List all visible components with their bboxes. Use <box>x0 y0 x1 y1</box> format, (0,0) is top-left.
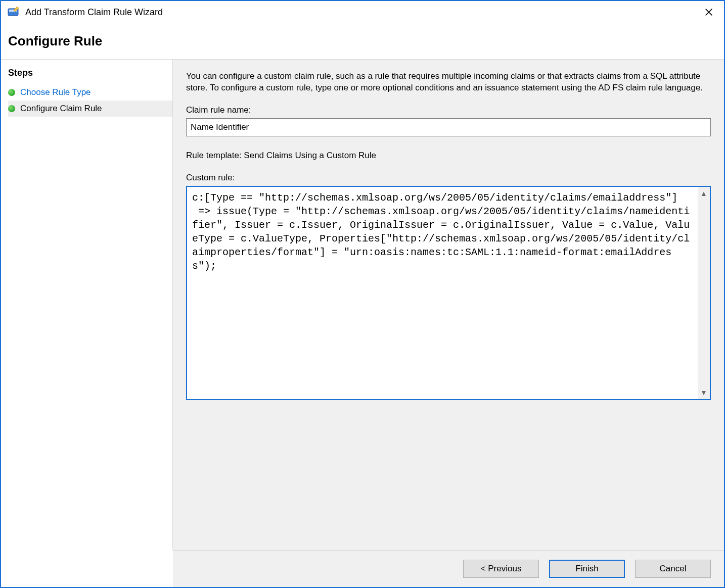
step-label: Choose Rule Type <box>20 87 91 97</box>
scroll-up-icon: ▲ <box>700 190 707 197</box>
intro-text: You can configure a custom claim rule, s… <box>186 71 711 94</box>
step-configure-claim-rule[interactable]: Configure Claim Rule <box>8 101 172 117</box>
close-icon <box>705 7 712 18</box>
step-bullet-icon <box>8 89 15 96</box>
wizard-icon <box>7 6 20 19</box>
titlebar: Add Transform Claim Rule Wizard <box>1 1 724 23</box>
finish-button[interactable]: Finish <box>549 560 625 578</box>
claim-rule-name-label: Claim rule name: <box>186 105 711 115</box>
window-title: Add Transform Claim Rule Wizard <box>25 7 697 18</box>
scroll-down-icon: ▼ <box>700 389 707 396</box>
textarea-scrollbar[interactable]: ▲ ▼ <box>698 187 710 399</box>
content-panel: You can configure a custom claim rule, s… <box>173 60 724 550</box>
step-choose-rule-type[interactable]: Choose Rule Type <box>8 84 172 101</box>
steps-heading: Steps <box>8 68 172 78</box>
body: Steps Choose Rule Type Configure Claim R… <box>1 59 724 587</box>
claim-rule-name-input[interactable] <box>186 118 711 136</box>
wizard-window: Add Transform Claim Rule Wizard Configur… <box>0 0 725 588</box>
rule-template-label: Rule template: Send Claims Using a Custo… <box>186 151 711 161</box>
step-label: Configure Claim Rule <box>20 104 102 114</box>
page-title: Configure Rule <box>1 23 724 59</box>
custom-rule-container: ▲ ▼ <box>186 186 711 400</box>
steps-panel: Steps Choose Rule Type Configure Claim R… <box>1 60 173 550</box>
close-button[interactable] <box>697 3 721 21</box>
custom-rule-label: Custom rule: <box>186 173 711 183</box>
main-row: Steps Choose Rule Type Configure Claim R… <box>1 59 724 550</box>
previous-button[interactable]: < Previous <box>463 560 539 578</box>
footer: < Previous Finish Cancel <box>173 550 724 587</box>
cancel-button[interactable]: Cancel <box>635 560 711 578</box>
custom-rule-textarea[interactable] <box>187 187 698 399</box>
step-bullet-icon <box>8 105 15 112</box>
